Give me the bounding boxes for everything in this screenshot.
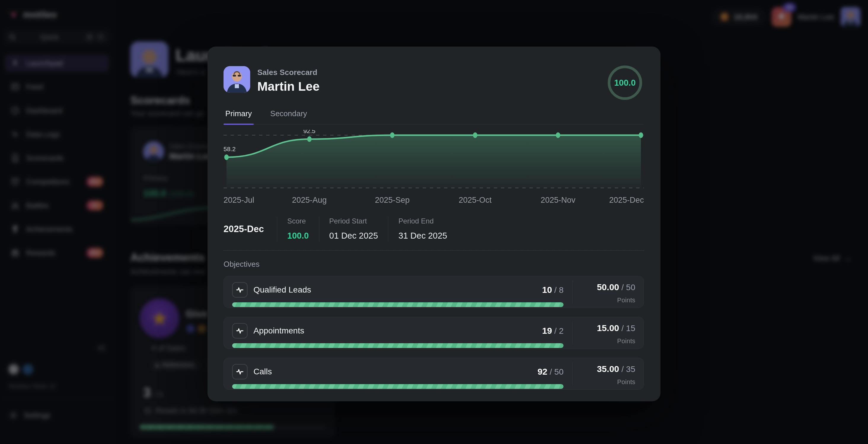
modal-avatar	[223, 66, 250, 93]
objective-name: Appointments	[253, 326, 304, 336]
objective-count: 10 / 8	[542, 285, 563, 295]
svg-text:100.0: 100.0	[550, 130, 566, 130]
svg-text:2025-Aug: 2025-Aug	[292, 196, 327, 204]
svg-text:2025-Dec: 2025-Dec	[609, 196, 644, 204]
objective-main: Appointments 19 / 2	[224, 317, 572, 349]
objective-row-calls[interactable]: Calls 92 / 50 35.00 / 35 Points	[223, 358, 644, 390]
score-chart-container: 58.292.5100.0100.0100.0100.02025-Jul2025…	[223, 130, 644, 204]
activity-icon	[232, 323, 248, 339]
dotted-divider	[223, 250, 644, 251]
objective-main: Calls 92 / 50	[224, 358, 572, 389]
objective-name: Calls	[253, 367, 272, 376]
objective-progress-fill	[232, 302, 563, 307]
svg-text:2025-Jul: 2025-Jul	[223, 196, 254, 204]
period-start-col: Period Start 01 Dec 2025	[319, 216, 378, 242]
svg-text:92.5: 92.5	[303, 130, 315, 134]
objective-header: Calls 92 / 50	[232, 364, 563, 379]
objective-progress-fill	[232, 343, 563, 348]
objective-points: 35.00 / 35	[573, 364, 635, 374]
svg-text:2025-Oct: 2025-Oct	[459, 196, 492, 204]
period-start-value: 01 Dec 2025	[329, 231, 378, 242]
objective-count: 92 / 50	[537, 367, 563, 377]
modal-type-label: Sales Scorecard	[257, 68, 319, 77]
points-label: Points	[573, 296, 635, 304]
score-value: 100.0	[287, 231, 309, 242]
objective-points-col: 15.00 / 15 Points	[572, 321, 644, 344]
score-line-chart: 58.292.5100.0100.0100.0100.02025-Jul2025…	[223, 130, 644, 204]
points-value: 50.00	[597, 282, 619, 292]
points-total: / 50	[621, 283, 635, 292]
objective-count: 19 / 2	[542, 326, 563, 336]
objective-progress-track	[232, 343, 563, 348]
objective-target: / 8	[554, 285, 563, 295]
points-label: Points	[573, 337, 635, 345]
points-value: 35.00	[597, 364, 619, 374]
objective-progress-track	[232, 384, 563, 389]
objective-value: 10	[542, 285, 552, 295]
objective-target: / 2	[554, 326, 563, 336]
objective-progress-track	[232, 302, 563, 307]
activity-icon	[232, 282, 248, 297]
points-total: / 35	[621, 364, 635, 374]
modal-user-name: Martin Lee	[257, 80, 319, 94]
objective-header: Qualified Leads 10 / 8	[232, 282, 563, 297]
points-label: Points	[573, 378, 635, 386]
score-ring: 100.0	[608, 65, 642, 100]
objective-points: 15.00 / 15	[573, 323, 635, 333]
modal-header: Sales Scorecard Martin Lee	[223, 66, 644, 94]
svg-text:2025-Nov: 2025-Nov	[541, 196, 576, 204]
period-detail-row: 2025-Dec Score 100.0 Period Start 01 Dec…	[223, 216, 644, 242]
objective-value: 92	[537, 367, 547, 376]
objective-progress-fill	[232, 384, 563, 389]
period-start-label: Period Start	[329, 217, 378, 225]
objective-points-col: 50.00 / 50 Points	[572, 280, 644, 304]
modal-tabs: Primary Secondary	[223, 109, 644, 125]
period-end-label: Period End	[398, 217, 447, 225]
svg-text:100.0: 100.0	[384, 130, 400, 130]
period-end-value: 31 Dec 2025	[398, 231, 447, 242]
points-total: / 15	[621, 324, 635, 333]
svg-text:100.0: 100.0	[467, 130, 483, 130]
objective-points: 50.00 / 50	[573, 282, 635, 292]
period-score-col: Score 100.0	[277, 216, 309, 242]
objective-main: Qualified Leads 10 / 8	[224, 276, 572, 308]
period-end-col: Period End 31 Dec 2025	[388, 216, 447, 242]
svg-text:100.0: 100.0	[628, 130, 644, 130]
score-ring-value: 100.0	[614, 78, 636, 88]
objective-name: Qualified Leads	[253, 285, 311, 295]
avatar-image	[223, 66, 250, 93]
tab-secondary[interactable]: Secondary	[269, 109, 309, 124]
modal-title-block: Sales Scorecard Martin Lee	[257, 66, 319, 94]
objective-row-qualified-leads[interactable]: Qualified Leads 10 / 8 50.00 / 50 Points	[223, 276, 644, 308]
objective-header: Appointments 19 / 2	[232, 323, 563, 339]
objective-target: / 50	[550, 367, 563, 376]
objective-value: 19	[542, 326, 552, 336]
score-label: Score	[287, 217, 309, 225]
svg-text:2025-Sep: 2025-Sep	[375, 196, 410, 204]
period-month: 2025-Dec	[223, 216, 277, 242]
svg-text:58.2: 58.2	[223, 146, 236, 152]
objectives-heading: Objectives	[223, 260, 644, 269]
objective-row-appointments[interactable]: Appointments 19 / 2 15.00 / 15 Points	[223, 317, 644, 349]
sales-scorecard-modal: Sales Scorecard Martin Lee 100.0 Primary…	[208, 46, 660, 401]
points-value: 15.00	[597, 323, 619, 333]
objective-points-col: 35.00 / 35 Points	[572, 362, 644, 385]
tab-primary[interactable]: Primary	[223, 109, 254, 124]
activity-icon	[232, 364, 248, 379]
